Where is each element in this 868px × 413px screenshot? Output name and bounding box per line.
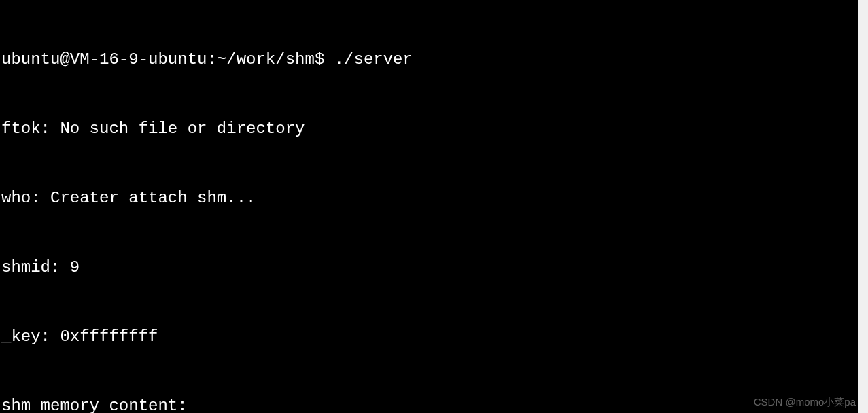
terminal-window[interactable]: ubuntu@VM-16-9-ubuntu:~/work/shm$ ./serv…: [0, 0, 858, 413]
terminal-output-content: shm memory content:: [1, 395, 856, 413]
terminal-output-key: _key: 0xffffffff: [1, 325, 856, 348]
shell-prompt: ubuntu@VM-16-9-ubuntu:~/work/shm$: [1, 50, 334, 69]
shell-command: ./server: [334, 50, 413, 69]
terminal-output-ftok: ftok: No such file or directory: [1, 118, 856, 141]
scrollbar[interactable]: [858, 0, 868, 413]
terminal-line-prompt: ubuntu@VM-16-9-ubuntu:~/work/shm$ ./serv…: [1, 48, 856, 71]
terminal-output-who: who: Creater attach shm...: [1, 187, 856, 210]
terminal-output-shmid: shmid: 9: [1, 256, 856, 279]
